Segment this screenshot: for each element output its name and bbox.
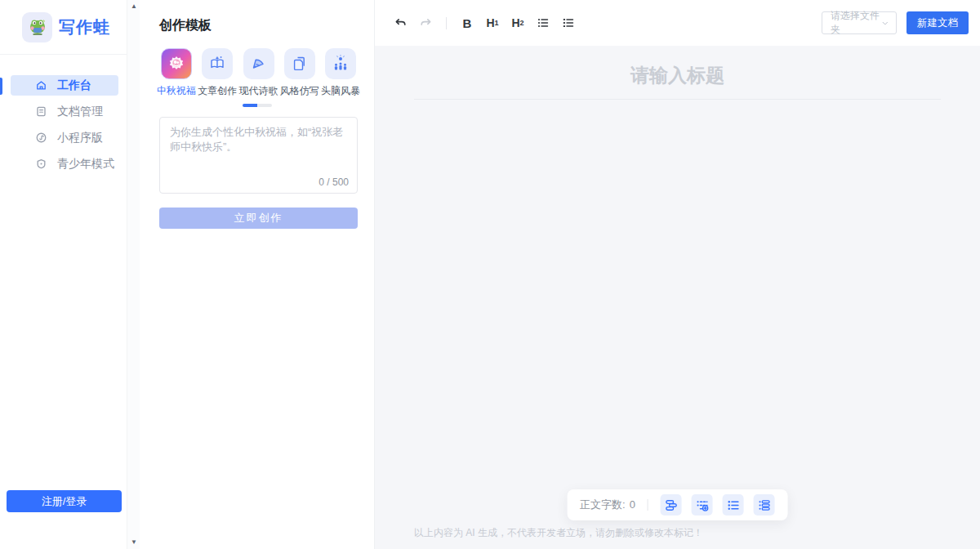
create-now-button[interactable]: 立即创作	[159, 208, 358, 229]
undo-icon[interactable]	[391, 14, 409, 32]
logo: 写作蛙	[0, 0, 127, 42]
sidebar-nav: 工作台 文档管理 小程序版 青少年模式	[0, 75, 127, 174]
scrollbar-thumb[interactable]	[243, 104, 257, 107]
modern-poetry-icon	[243, 48, 274, 79]
app-title: 写作蛙	[59, 16, 110, 38]
template-label: 风格仿写	[280, 84, 319, 98]
template-article[interactable]: 文章创作	[198, 48, 236, 98]
summary-list-icon[interactable]	[754, 494, 775, 516]
bullet-list-blue-icon[interactable]	[723, 494, 744, 516]
sidebar-item-miniprogram[interactable]: 小程序版	[11, 127, 118, 148]
template-brainstorm[interactable]: 头脑风暴	[322, 48, 359, 98]
format-tools: B H1 H2	[391, 14, 577, 32]
title-input-placeholder[interactable]: 请输入标题	[375, 46, 980, 88]
template-label: 头脑风暴	[321, 84, 360, 98]
template-panel: 创作模板 中秋祝福	[140, 0, 375, 549]
mid-autumn-icon	[161, 48, 192, 79]
frog-logo-icon	[22, 12, 52, 42]
article-creation-icon	[202, 48, 233, 79]
teen-mode-icon	[35, 158, 48, 170]
editor-toolbar: B H1 H2 请选择文件夹 新建文档	[375, 0, 980, 46]
ai-disclaimer: 以上内容为 AI 生成，不代表开发者立场，请勿删除或修改本标记！	[414, 526, 703, 540]
toolbar-divider	[446, 17, 447, 29]
scroll-down-arrow-icon[interactable]: ▼	[127, 538, 140, 547]
template-label: 文章创作	[198, 84, 237, 98]
char-counter: 0 / 500	[318, 176, 349, 188]
bullet-list-icon[interactable]	[534, 14, 552, 32]
active-indicator-bar	[0, 78, 2, 95]
sidebar-item-label: 小程序版	[57, 131, 103, 145]
redo-icon[interactable]	[416, 14, 434, 32]
template-style-imitation[interactable]: 风格仿写	[281, 48, 318, 98]
template-label: 中秋祝福	[157, 84, 196, 98]
document-icon	[35, 105, 48, 118]
template-modern-poetry[interactable]: 现代诗歌	[240, 48, 278, 98]
ai-tools	[661, 494, 775, 516]
app-window: 写作蛙 工作台 文档管理 小程序版	[0, 0, 980, 549]
sidebar-item-teen-mode[interactable]: 青少年模式	[11, 154, 118, 174]
pill-divider	[648, 499, 648, 511]
sidebar-divider	[0, 54, 127, 55]
sidebar: 写作蛙 工作台 文档管理 小程序版	[0, 0, 127, 549]
template-list: 中秋祝福 文章创作	[158, 48, 359, 98]
folder-select-placeholder: 请选择文件夹	[831, 9, 881, 37]
sidebar-item-label: 工作台	[57, 78, 91, 93]
word-count: 正文字数:0	[580, 498, 635, 512]
sidebar-item-label: 文档管理	[57, 105, 103, 119]
scroll-up-arrow-icon[interactable]: ▲	[127, 2, 140, 11]
sidebar-item-label: 青少年模式	[57, 157, 114, 172]
folder-select[interactable]: 请选择文件夹	[822, 11, 897, 34]
scrollbar-track	[257, 104, 272, 107]
title-divider	[414, 99, 941, 100]
sidebar-item-workbench[interactable]: 工作台	[11, 75, 118, 96]
document-actions: 请选择文件夹 新建文档	[822, 11, 969, 34]
home-icon	[35, 79, 48, 92]
brainstorm-icon	[325, 48, 356, 79]
ordered-list-icon[interactable]	[559, 14, 577, 32]
word-count-toolbar: 正文字数:0	[567, 489, 788, 520]
new-document-button[interactable]: 新建文档	[906, 11, 969, 34]
miniprogram-icon	[35, 132, 48, 144]
bold-button[interactable]: B	[458, 14, 476, 32]
sidebar-item-documents[interactable]: 文档管理	[11, 101, 118, 122]
editor-canvas: 请输入标题 正文字数:0	[375, 46, 980, 549]
template-mid-autumn[interactable]: 中秋祝福	[158, 48, 195, 98]
expand-list-icon[interactable]	[692, 494, 713, 516]
prompt-input-box: 0 / 500	[159, 117, 358, 194]
login-register-button[interactable]: 注册/登录	[7, 490, 122, 512]
heading2-button[interactable]: H2	[509, 14, 527, 32]
template-label: 现代诗歌	[239, 84, 278, 98]
prompt-textarea[interactable]	[160, 118, 357, 173]
heading1-button[interactable]: H1	[483, 14, 501, 32]
vertical-scrollbar[interactable]: ▲ ▼	[127, 0, 140, 549]
panel-title: 创作模板	[159, 17, 374, 34]
editor-area: B H1 H2 请选择文件夹 新建文档 请输入标题	[375, 0, 980, 549]
rewrite-flow-icon[interactable]	[661, 494, 682, 516]
style-imitation-icon	[284, 48, 315, 79]
chevron-down-icon	[881, 19, 889, 28]
template-carousel-scrollbar[interactable]	[243, 104, 272, 107]
